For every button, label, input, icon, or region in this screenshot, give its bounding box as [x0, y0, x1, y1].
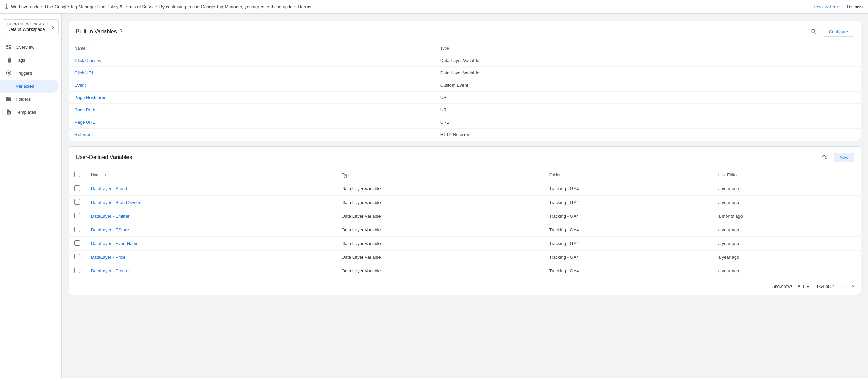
- row-checkbox[interactable]: [74, 199, 80, 205]
- table-row: Click URL Data Layer Variable: [69, 67, 861, 79]
- ud-variable-folder-cell: Tracking - GA4: [544, 237, 713, 251]
- help-icon[interactable]: ?: [120, 28, 123, 35]
- row-checkbox[interactable]: [74, 185, 80, 191]
- ud-variable-type-cell: Data Layer Variable: [336, 237, 544, 251]
- variable-name-cell: Referrer: [69, 129, 435, 141]
- variable-name-cell: Page Path: [69, 104, 435, 116]
- row-checkbox[interactable]: [74, 254, 80, 259]
- banner-message: We have updated the Google Tag Manager U…: [11, 4, 813, 9]
- ud-variable-name-link[interactable]: DataLayer - EventName: [91, 241, 138, 246]
- banner-actions: Review Terms Dismiss: [813, 4, 863, 9]
- sidebar-item-templates[interactable]: Templates: [0, 106, 59, 119]
- sidebar-item-folders[interactable]: Folders: [0, 93, 59, 106]
- sidebar-item-triggers[interactable]: Triggers: [0, 66, 59, 80]
- variable-type-cell: Data Layer Variable: [435, 54, 861, 67]
- chevron-right-icon: ›: [52, 24, 54, 31]
- variable-name-link[interactable]: Click URL: [74, 70, 94, 75]
- page-info: 1-54 of 54: [816, 284, 835, 289]
- col-type-header: Type: [435, 42, 861, 54]
- ud-variable-name-link[interactable]: DataLayer - Emitter: [91, 214, 130, 219]
- name-sort-icon: ↑: [88, 46, 90, 51]
- variable-name-link[interactable]: Page Path: [74, 107, 95, 112]
- ud-variable-last-edited-cell: a month ago: [713, 209, 861, 223]
- row-checkbox-cell: [69, 182, 85, 196]
- next-page-button[interactable]: ›: [851, 281, 855, 291]
- sidebar: CURRENT WORKSPACE Default Workspace › Ov…: [0, 14, 62, 378]
- table-row: Click Classes Data Layer Variable: [69, 54, 861, 67]
- variable-type-cell: URL: [435, 92, 861, 104]
- variable-name-link[interactable]: Click Classes: [74, 58, 101, 63]
- review-terms-link[interactable]: Review Terms: [813, 4, 841, 9]
- variable-name-link[interactable]: Referrer: [74, 132, 91, 137]
- ud-col-last-edited-header: Last Edited: [713, 168, 861, 182]
- col-name-header: Name ↑: [69, 42, 435, 54]
- table-row: Page Path URL: [69, 104, 861, 116]
- sidebar-item-tags[interactable]: Tags: [0, 53, 59, 66]
- ud-variable-name-link[interactable]: DataLayer - Brand: [91, 186, 127, 191]
- ud-variable-folder-cell: Tracking - GA4: [544, 251, 713, 264]
- configure-button[interactable]: Configure: [823, 27, 854, 37]
- variable-name-cell: Click URL: [69, 67, 435, 79]
- dismiss-button[interactable]: Dismiss: [847, 4, 863, 9]
- row-checkbox[interactable]: [74, 227, 80, 232]
- ud-variable-name-link[interactable]: DataLayer - EStore: [91, 227, 129, 232]
- table-row: Page URL URL: [69, 116, 861, 129]
- user-defined-variables-table: Name ↑ Type Folder Last Edited DataLayer…: [69, 168, 861, 278]
- prev-page-button[interactable]: ‹: [840, 281, 845, 291]
- built-in-variables-header: Built-In Variables ? Configure: [69, 21, 861, 42]
- ud-variable-type-cell: Data Layer Variable: [336, 209, 544, 223]
- sidebar-item-overview[interactable]: Overview: [0, 40, 59, 53]
- overview-icon: [5, 44, 12, 50]
- variable-name-cell: Click Classes: [69, 54, 435, 67]
- workspace-selector[interactable]: CURRENT WORKSPACE Default Workspace ›: [3, 19, 59, 35]
- info-icon: ℹ: [5, 3, 8, 10]
- variable-name-link[interactable]: Event: [74, 83, 86, 88]
- rows-per-page-select[interactable]: ALL 10 25 50: [796, 284, 811, 289]
- show-rows-label: Show rows:: [772, 284, 794, 289]
- user-defined-variables-actions: New: [820, 152, 854, 162]
- tags-icon: [5, 57, 12, 63]
- table-row: Referrer HTTP Referrer: [69, 129, 861, 141]
- variable-type-cell: Data Layer Variable: [435, 67, 861, 79]
- built-in-search-button[interactable]: [809, 26, 819, 37]
- app-layout: CURRENT WORKSPACE Default Workspace › Ov…: [0, 14, 868, 378]
- workspace-info: CURRENT WORKSPACE Default Workspace: [7, 22, 50, 32]
- ud-variable-name-link[interactable]: DataLayer - Price: [91, 255, 125, 260]
- select-all-header: [69, 168, 85, 182]
- ud-variable-last-edited-cell: a year ago: [713, 237, 861, 251]
- row-checkbox[interactable]: [74, 268, 80, 273]
- ud-col-name-header: Name ↑: [85, 168, 336, 182]
- user-defined-search-button[interactable]: [820, 152, 830, 162]
- triggers-icon: [5, 70, 12, 76]
- row-checkbox-cell: [69, 251, 85, 264]
- sidebar-item-variables[interactable]: Variables: [0, 80, 59, 93]
- templates-icon: [5, 109, 12, 115]
- ud-variable-folder-cell: Tracking - GA4: [544, 264, 713, 278]
- current-workspace-label: CURRENT WORKSPACE: [7, 22, 50, 26]
- ud-variable-name-cell: DataLayer - Brand: [85, 182, 336, 196]
- built-in-variables-actions: Configure: [809, 26, 854, 37]
- row-checkbox-cell: [69, 237, 85, 251]
- variables-icon: [5, 83, 12, 89]
- table-row: Page Hostname URL: [69, 92, 861, 104]
- variable-name-link[interactable]: Page URL: [74, 120, 95, 125]
- new-variable-button[interactable]: New: [834, 153, 854, 162]
- workspace-name: Default Workspace: [7, 27, 50, 32]
- row-checkbox[interactable]: [74, 240, 80, 246]
- row-checkbox[interactable]: [74, 213, 80, 218]
- ud-variable-type-cell: Data Layer Variable: [336, 223, 544, 237]
- folders-label: Folders: [16, 97, 31, 102]
- ud-name-sort-icon: ↑: [104, 173, 106, 178]
- ud-col-folder-header: Folder: [544, 168, 713, 182]
- table-row: DataLayer - Product Data Layer Variable …: [69, 264, 861, 278]
- select-all-checkbox[interactable]: [74, 172, 80, 177]
- ud-variable-name-link[interactable]: DataLayer - Product: [91, 268, 131, 273]
- built-in-variables-card: Built-In Variables ? Configure Name ↑: [69, 21, 861, 141]
- variable-name-link[interactable]: Page Hostname: [74, 95, 106, 100]
- table-row: DataLayer - BrandOwner Data Layer Variab…: [69, 196, 861, 209]
- ud-variable-type-cell: Data Layer Variable: [336, 251, 544, 264]
- row-checkbox-cell: [69, 223, 85, 237]
- ud-variable-name-link[interactable]: DataLayer - BrandOwner: [91, 200, 141, 205]
- built-in-variables-table: Name ↑ Type Click Classes Data Layer Var…: [69, 42, 861, 141]
- ud-variable-last-edited-cell: a year ago: [713, 182, 861, 196]
